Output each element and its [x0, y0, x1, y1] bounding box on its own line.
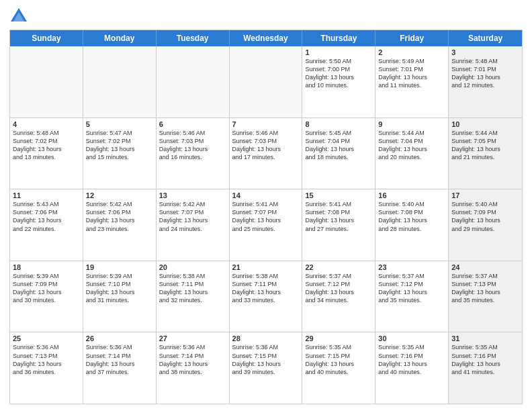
cell-line: Daylight: 13 hours — [305, 216, 372, 224]
cell-line: Daylight: 13 hours — [159, 288, 226, 296]
cal-cell-4-6: 23Sunrise: 5:37 AMSunset: 7:12 PMDayligh… — [375, 261, 449, 332]
cell-line: and 34 minutes. — [305, 296, 372, 304]
cell-line: Sunset: 7:04 PM — [378, 137, 445, 145]
cal-week-4: 18Sunrise: 5:39 AMSunset: 7:09 PMDayligh… — [10, 261, 522, 333]
day-number: 1 — [305, 48, 372, 56]
cal-week-1: 1Sunrise: 5:50 AMSunset: 7:00 PMDaylight… — [10, 46, 522, 118]
cal-cell-3-5: 15Sunrise: 5:41 AMSunset: 7:08 PMDayligh… — [302, 189, 375, 261]
day-number: 13 — [159, 191, 226, 199]
cell-line: and 40 minutes. — [305, 368, 372, 376]
cell-line: Sunset: 7:02 PM — [13, 137, 80, 145]
cell-line: Daylight: 13 hours — [159, 360, 226, 368]
cal-cell-3-7: 17Sunrise: 5:40 AMSunset: 7:09 PMDayligh… — [449, 189, 522, 261]
cal-header-day-tuesday: Tuesday — [157, 30, 230, 46]
cell-line: Sunrise: 5:38 AM — [232, 272, 300, 280]
day-number: 25 — [13, 334, 80, 342]
cal-cell-4-4: 21Sunrise: 5:38 AMSunset: 7:11 PMDayligh… — [230, 261, 303, 332]
calendar-body: 1Sunrise: 5:50 AMSunset: 7:00 PMDaylight… — [10, 46, 522, 404]
day-number: 27 — [159, 334, 226, 342]
cell-line: Sunrise: 5:48 AM — [13, 129, 80, 137]
calendar: SundayMondayTuesdayWednesdayThursdayFrid… — [9, 30, 523, 404]
cell-line: Sunset: 7:06 PM — [86, 208, 153, 216]
cell-line: Daylight: 13 hours — [86, 145, 153, 153]
cell-line: Daylight: 13 hours — [86, 360, 153, 368]
cal-cell-5-4: 28Sunrise: 5:36 AMSunset: 7:15 PMDayligh… — [230, 332, 303, 404]
cal-cell-4-7: 24Sunrise: 5:37 AMSunset: 7:13 PMDayligh… — [449, 261, 522, 332]
cell-line: and 13 minutes. — [13, 153, 80, 161]
cell-line: Daylight: 13 hours — [305, 145, 372, 153]
cell-line: Daylight: 13 hours — [159, 216, 226, 224]
cell-line: and 17 minutes. — [232, 153, 300, 161]
cell-line: Sunrise: 5:37 AM — [305, 272, 372, 280]
cell-line: Sunset: 7:12 PM — [305, 280, 372, 288]
cell-line: Sunrise: 5:35 AM — [378, 343, 445, 351]
cell-line: and 36 minutes. — [13, 368, 80, 376]
cal-cell-2-6: 9Sunrise: 5:44 AMSunset: 7:04 PMDaylight… — [375, 118, 449, 189]
cal-cell-5-1: 25Sunrise: 5:36 AMSunset: 7:13 PMDayligh… — [10, 332, 83, 404]
cell-line: and 33 minutes. — [232, 296, 300, 304]
cell-line: Sunrise: 5:40 AM — [378, 200, 445, 208]
cal-cell-5-7: 31Sunrise: 5:35 AMSunset: 7:16 PMDayligh… — [449, 332, 522, 404]
cell-line: Daylight: 13 hours — [305, 288, 372, 296]
cell-line: and 32 minutes. — [159, 296, 226, 304]
cell-line: and 24 minutes. — [159, 225, 226, 233]
cell-line: Sunset: 7:05 PM — [451, 137, 519, 145]
day-number: 14 — [232, 191, 300, 199]
cal-cell-2-4: 7Sunrise: 5:46 AMSunset: 7:03 PMDaylight… — [230, 118, 303, 189]
cal-cell-1-7: 3Sunrise: 5:48 AMSunset: 7:01 PMDaylight… — [449, 46, 522, 118]
cal-cell-3-4: 14Sunrise: 5:41 AMSunset: 7:07 PMDayligh… — [230, 189, 303, 261]
cal-cell-5-2: 26Sunrise: 5:36 AMSunset: 7:14 PMDayligh… — [83, 332, 157, 404]
cell-line: Sunrise: 5:50 AM — [305, 57, 372, 65]
cell-line: and 18 minutes. — [305, 153, 372, 161]
cell-line: and 11 minutes. — [378, 81, 445, 89]
cell-line: and 28 minutes. — [378, 225, 445, 233]
cell-line: and 20 minutes. — [378, 153, 445, 161]
cell-line: and 35 minutes. — [451, 296, 519, 304]
cell-line: and 15 minutes. — [86, 153, 153, 161]
cell-line: and 21 minutes. — [451, 153, 519, 161]
cell-line: Daylight: 13 hours — [13, 145, 80, 153]
cell-line: Sunset: 7:03 PM — [159, 137, 226, 145]
cell-line: Sunrise: 5:42 AM — [159, 200, 226, 208]
cell-line: and 35 minutes. — [378, 296, 445, 304]
cal-cell-1-1 — [10, 46, 83, 118]
cell-line: Sunset: 7:00 PM — [305, 65, 372, 73]
cell-line: and 31 minutes. — [86, 296, 153, 304]
day-number: 15 — [305, 191, 372, 199]
header — [9, 7, 523, 26]
day-number: 23 — [378, 263, 445, 271]
cell-line: Sunrise: 5:35 AM — [451, 343, 519, 351]
cal-cell-1-6: 2Sunrise: 5:49 AMSunset: 7:01 PMDaylight… — [375, 46, 449, 118]
cell-line: Sunset: 7:08 PM — [305, 208, 372, 216]
cell-line: Daylight: 13 hours — [305, 73, 372, 81]
cell-line: Daylight: 13 hours — [451, 216, 519, 224]
cell-line: and 39 minutes. — [232, 368, 300, 376]
cell-line: and 30 minutes. — [13, 296, 80, 304]
cal-cell-3-6: 16Sunrise: 5:40 AMSunset: 7:08 PMDayligh… — [375, 189, 449, 261]
cell-line: Sunset: 7:14 PM — [86, 352, 153, 360]
cell-line: Sunset: 7:03 PM — [232, 137, 300, 145]
cell-line: Sunrise: 5:42 AM — [86, 200, 153, 208]
calendar-header: SundayMondayTuesdayWednesdayThursdayFrid… — [10, 30, 522, 46]
cell-line: Sunrise: 5:35 AM — [305, 343, 372, 351]
day-number: 17 — [451, 191, 519, 199]
cal-header-day-sunday: Sunday — [10, 30, 83, 46]
cell-line: and 37 minutes. — [86, 368, 153, 376]
page: SundayMondayTuesdayWednesdayThursdayFrid… — [0, 0, 532, 411]
cell-line: Daylight: 13 hours — [378, 216, 445, 224]
day-number: 21 — [232, 263, 300, 271]
cell-line: Daylight: 13 hours — [451, 145, 519, 153]
cell-line: Sunrise: 5:39 AM — [86, 272, 153, 280]
cal-cell-4-1: 18Sunrise: 5:39 AMSunset: 7:09 PMDayligh… — [10, 261, 83, 332]
cell-line: Sunrise: 5:43 AM — [13, 200, 80, 208]
cell-line: Sunrise: 5:49 AM — [378, 57, 445, 65]
day-number: 11 — [13, 191, 80, 199]
cell-line: Daylight: 13 hours — [451, 288, 519, 296]
cal-cell-3-3: 13Sunrise: 5:42 AMSunset: 7:07 PMDayligh… — [157, 189, 230, 261]
cell-line: Daylight: 13 hours — [378, 73, 445, 81]
cell-line: Sunrise: 5:37 AM — [378, 272, 445, 280]
cell-line: Sunset: 7:07 PM — [232, 208, 300, 216]
cell-line: Sunset: 7:16 PM — [378, 352, 445, 360]
cell-line: Sunrise: 5:36 AM — [86, 343, 153, 351]
day-number: 12 — [86, 191, 153, 199]
